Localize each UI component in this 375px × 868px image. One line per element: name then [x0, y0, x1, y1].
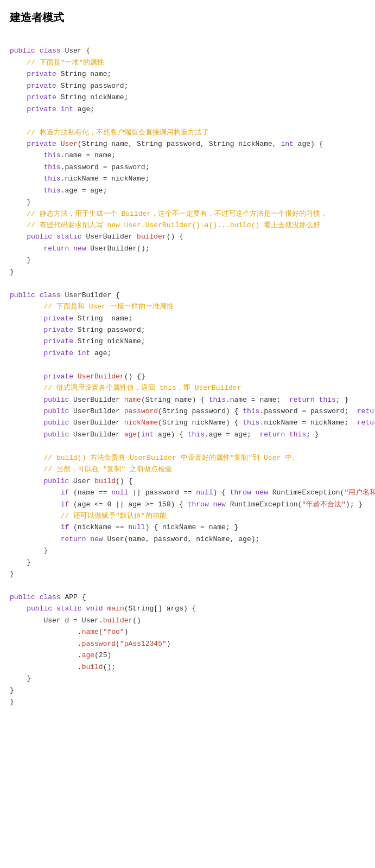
- code-content: public class User { // 下面是"一堆"的属性 privat…: [10, 34, 365, 708]
- page-title: 建造者模式: [10, 9, 365, 26]
